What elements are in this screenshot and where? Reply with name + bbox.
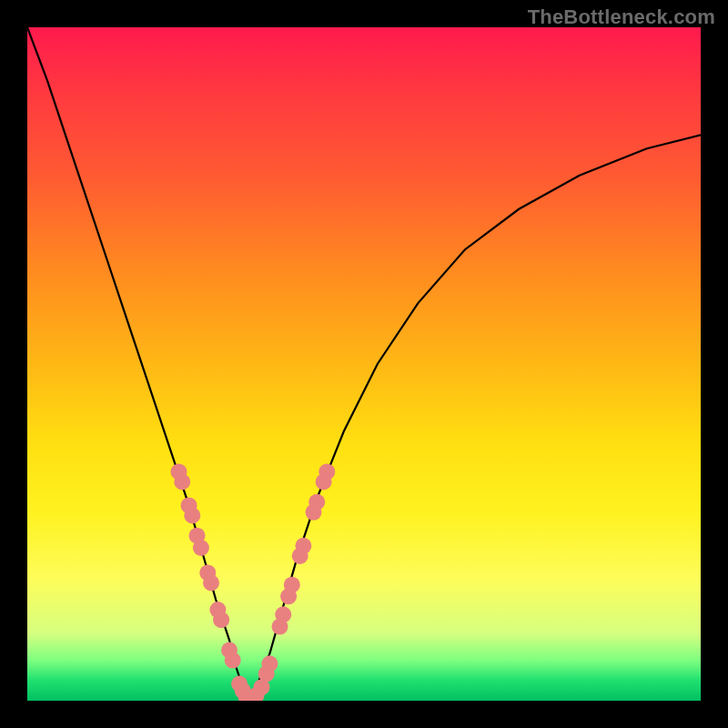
plot-area: [27, 27, 701, 701]
data-point: [261, 655, 278, 672]
data-point: [193, 540, 209, 556]
chart-container: TheBottleneck.com: [0, 0, 728, 728]
data-point: [284, 577, 300, 593]
chart-svg: [27, 27, 701, 701]
data-point: [174, 474, 190, 490]
bottleneck-curve: [27, 27, 701, 701]
data-point: [213, 612, 229, 628]
data-point: [318, 463, 335, 480]
data-point: [225, 652, 241, 669]
watermark-text: TheBottleneck.com: [528, 5, 715, 29]
data-point: [203, 575, 219, 592]
data-point: [308, 494, 325, 511]
data-points: [171, 463, 336, 701]
data-point: [295, 538, 311, 554]
data-point: [275, 606, 291, 622]
data-point: [184, 508, 200, 524]
